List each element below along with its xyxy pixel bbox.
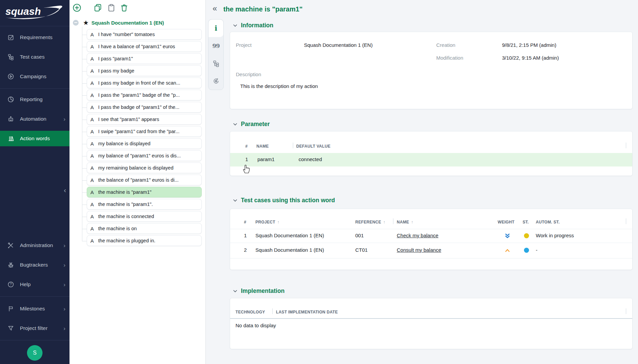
automation-robot-icon bbox=[7, 116, 14, 122]
tree-item[interactable]: AI have "number" tomatoes bbox=[70, 29, 205, 41]
tab-information[interactable]: i bbox=[209, 20, 223, 37]
test-cases-card: # PROJECT↑ REFERENCE↑ NAME↑ WEIGHT ST. A… bbox=[230, 209, 633, 270]
action-word-icon: A bbox=[90, 80, 94, 86]
action-word-icon: A bbox=[90, 202, 94, 207]
status-dot bbox=[524, 233, 529, 238]
collapse-node-icon[interactable] bbox=[73, 20, 79, 26]
sidebar-item-label: Action words bbox=[20, 135, 50, 142]
column-divider bbox=[626, 143, 626, 148]
tree-item[interactable]: Athe machine is on bbox=[70, 223, 205, 235]
sidebar-item-administration[interactable]: Administration › bbox=[0, 238, 70, 253]
test-case-row[interactable]: 1 Squash Documentation 1 (EN) 001 Check … bbox=[230, 229, 632, 243]
requirements-checkbox-icon bbox=[7, 34, 14, 41]
paste-icon[interactable] bbox=[107, 3, 116, 12]
tree-item[interactable]: AI pass my badge in front of the scan... bbox=[70, 77, 205, 89]
collapse-panel-icon[interactable]: « bbox=[213, 4, 217, 13]
action-word-icon: A bbox=[90, 104, 94, 110]
add-action-word-button[interactable] bbox=[73, 3, 81, 12]
tc-num: 2 bbox=[244, 247, 247, 253]
tab-quotes[interactable]: 99 bbox=[209, 37, 223, 55]
tree-item[interactable]: Amy balance of "param1" euros is dis... bbox=[70, 150, 205, 162]
sidebar-nav-bottom: Administration › Bugtrackers › ? Help › bbox=[0, 238, 70, 300]
col-header-reference[interactable]: REFERENCE↑ bbox=[355, 220, 385, 224]
sidebar-item-label: Reporting bbox=[20, 96, 43, 102]
sidebar-item-label: Help bbox=[20, 281, 31, 287]
project-value: Squash Documentation 1 (EN) bbox=[304, 42, 372, 48]
delete-icon[interactable] bbox=[120, 3, 129, 12]
chevron-right-icon: › bbox=[63, 282, 65, 287]
parameter-row[interactable]: 1 param1 connected bbox=[230, 153, 632, 166]
tab-automation-sync[interactable] bbox=[209, 72, 223, 90]
tree-item[interactable]: AI pass the badge of "param1" of the... bbox=[70, 101, 205, 114]
tree-item[interactable]: AI swipe "param1" card from the "par... bbox=[70, 126, 205, 138]
action-word-icon: A bbox=[90, 214, 94, 219]
col-header-project[interactable]: PROJECT↑ bbox=[255, 220, 279, 224]
sidebar-item-project-filter[interactable]: Project filter › bbox=[0, 321, 70, 336]
page-title: the machine is "param1" bbox=[223, 5, 303, 13]
tree-item[interactable]: Athe machine is plugged in. bbox=[70, 235, 205, 247]
header-separator bbox=[230, 318, 632, 319]
tree-item[interactable]: Amy remaining balance is displayed bbox=[70, 162, 205, 174]
section-header-test-cases[interactable]: Test cases using this action word bbox=[233, 197, 335, 204]
test-case-row[interactable]: 2 Squash Documentation 1 (EN) CT01 Consu… bbox=[230, 243, 632, 256]
tree-item[interactable]: AI pass "param1" bbox=[70, 53, 205, 65]
tc-name-link[interactable]: Check my balance bbox=[397, 233, 438, 238]
sidebar-item-campaigns[interactable]: Campaigns bbox=[0, 69, 70, 84]
favorite-star-icon: ★ bbox=[83, 20, 89, 26]
copy-icon[interactable] bbox=[93, 3, 102, 12]
sidebar-item-milestones[interactable]: Milestones › bbox=[0, 301, 70, 316]
sidebar-collapse-icon[interactable]: ‹ bbox=[64, 186, 66, 194]
user-avatar[interactable]: S bbox=[27, 345, 43, 361]
sidebar-item-test-cases[interactable]: Test cases bbox=[0, 49, 70, 65]
action-word-icon: A bbox=[90, 141, 94, 147]
action-word-icon: A bbox=[90, 56, 94, 62]
tree-item[interactable]: Athe machine is "param1". bbox=[70, 199, 205, 211]
project-root-label[interactable]: Squash Documentation 1 (EN) bbox=[91, 20, 164, 26]
section-header-implementation[interactable]: Implementation bbox=[233, 287, 284, 295]
sidebar-item-reporting[interactable]: Reporting bbox=[0, 92, 70, 107]
param-name[interactable]: param1 bbox=[257, 156, 275, 162]
sidebar-item-automation[interactable]: Automation › bbox=[0, 111, 70, 127]
sidebar-item-label: Campaigns bbox=[20, 73, 46, 80]
info-icon: i bbox=[215, 24, 217, 32]
weight-high-chevron-up-icon bbox=[504, 247, 511, 254]
col-header-name[interactable]: NAME↑ bbox=[397, 220, 413, 224]
sidebar-item-action-words[interactable]: Action words bbox=[0, 131, 70, 146]
tab-hierarchy[interactable] bbox=[209, 55, 223, 72]
tree-item[interactable]: Athe balance of "param1" euros is di... bbox=[70, 174, 205, 186]
tree-item[interactable]: AI have a balance of "param1" euros bbox=[70, 41, 205, 53]
tree-item-selected[interactable]: Athe machine is "param1" bbox=[70, 186, 205, 199]
col-header-autom-status[interactable]: AUTOM. ST. bbox=[536, 220, 560, 224]
sidebar-item-help[interactable]: ? Help › bbox=[0, 277, 70, 292]
bug-icon bbox=[7, 262, 14, 268]
sidebar: squash Requirements Test cases Campa bbox=[0, 0, 70, 364]
sidebar-divider bbox=[0, 340, 70, 340]
chevron-down-icon bbox=[233, 123, 237, 126]
tree-item[interactable]: Amy balance is displayed bbox=[70, 138, 205, 150]
project-label: Project bbox=[236, 42, 252, 48]
tc-reference: 001 bbox=[355, 233, 364, 238]
quote-icon: 99 bbox=[212, 42, 220, 49]
description-text[interactable]: This is the description of my action bbox=[240, 83, 318, 89]
tc-name-link[interactable]: Consult my balance bbox=[397, 247, 441, 253]
svg-text:squash: squash bbox=[5, 6, 41, 17]
col-header-status[interactable]: ST. bbox=[523, 220, 529, 224]
tree-item[interactable]: Athe machine is connected bbox=[70, 211, 205, 223]
tree-item[interactable]: AI see that "param1" appears bbox=[70, 114, 205, 126]
parameter-card: # NAME DEFAULT VALUE 1 param1 connected bbox=[230, 131, 633, 176]
param-default-value[interactable]: connected bbox=[299, 156, 322, 162]
sidebar-item-requirements[interactable]: Requirements bbox=[0, 30, 70, 45]
status-dot bbox=[524, 248, 529, 253]
sidebar-item-label: Milestones bbox=[20, 306, 45, 312]
tree-item[interactable]: AI pass my badge bbox=[70, 65, 205, 77]
col-header-weight[interactable]: WEIGHT bbox=[498, 220, 515, 224]
action-word-icon: A bbox=[90, 32, 94, 37]
section-header-parameter[interactable]: Parameter bbox=[233, 121, 270, 128]
sidebar-item-bugtrackers[interactable]: Bugtrackers › bbox=[0, 257, 70, 273]
squash-logo[interactable]: squash bbox=[0, 0, 70, 26]
tree-item[interactable]: AI pass the "param1" badge of the "p... bbox=[70, 89, 205, 101]
section-header-information[interactable]: Information bbox=[233, 22, 273, 29]
action-word-icon: A bbox=[90, 189, 94, 195]
tree-icon bbox=[213, 60, 220, 67]
action-words-library-icon bbox=[7, 135, 14, 142]
